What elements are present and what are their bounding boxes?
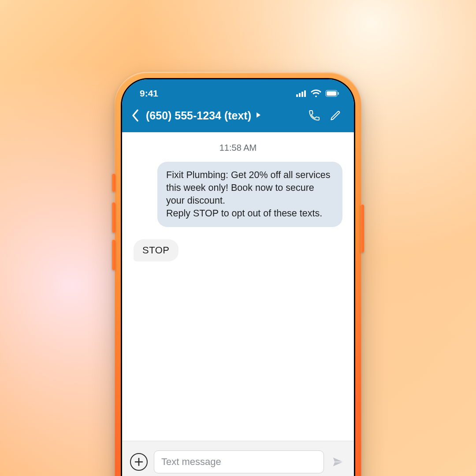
phone-frame: 9:41 — [115, 72, 361, 476]
phone-side-button — [361, 204, 364, 253]
svg-rect-6 — [338, 92, 339, 95]
status-time: 9:41 — [140, 88, 158, 99]
background-gradient: 9:41 — [0, 0, 476, 476]
compose-bar: Text message — [122, 441, 354, 476]
svg-rect-3 — [304, 90, 306, 97]
battery-icon — [325, 90, 339, 97]
call-button[interactable] — [305, 107, 323, 124]
message-input-placeholder: Text message — [161, 456, 221, 468]
status-indicators — [296, 89, 339, 97]
incoming-message-text: Fixit Plumbing: Get 20% off all services… — [166, 170, 330, 219]
message-input[interactable]: Text message — [154, 450, 324, 473]
incoming-message-bubble[interactable]: Fixit Plumbing: Get 20% off all services… — [157, 162, 342, 227]
wifi-icon — [311, 89, 321, 97]
back-button[interactable] — [127, 108, 142, 123]
cellular-signal-icon — [296, 90, 307, 97]
attach-button[interactable] — [130, 453, 148, 471]
svg-rect-2 — [301, 92, 303, 97]
svg-rect-5 — [327, 91, 336, 96]
phone-side-button — [112, 202, 115, 233]
app-header: 9:41 — [122, 79, 354, 132]
phone-side-button — [112, 173, 115, 192]
edit-button[interactable] — [327, 107, 344, 124]
outgoing-message-bubble[interactable]: STOP — [134, 239, 178, 261]
expand-caret-icon — [256, 112, 261, 120]
phone-screen: 9:41 — [122, 79, 354, 476]
outgoing-message-text: STOP — [142, 245, 170, 256]
svg-rect-0 — [296, 94, 298, 97]
message-timestamp: 11:58 AM — [131, 143, 345, 153]
contact-number: (650) 555-1234 (text) — [146, 109, 251, 122]
svg-rect-1 — [299, 93, 301, 97]
conversation-area[interactable]: 11:58 AM Fixit Plumbing: Get 20% off all… — [122, 132, 354, 476]
nav-bar: (650) 555-1234 (text) — [122, 101, 354, 132]
contact-title[interactable]: (650) 555-1234 (text) — [146, 109, 261, 122]
send-button[interactable] — [330, 454, 346, 470]
status-bar: 9:41 — [122, 84, 354, 101]
phone-side-button — [112, 239, 115, 270]
